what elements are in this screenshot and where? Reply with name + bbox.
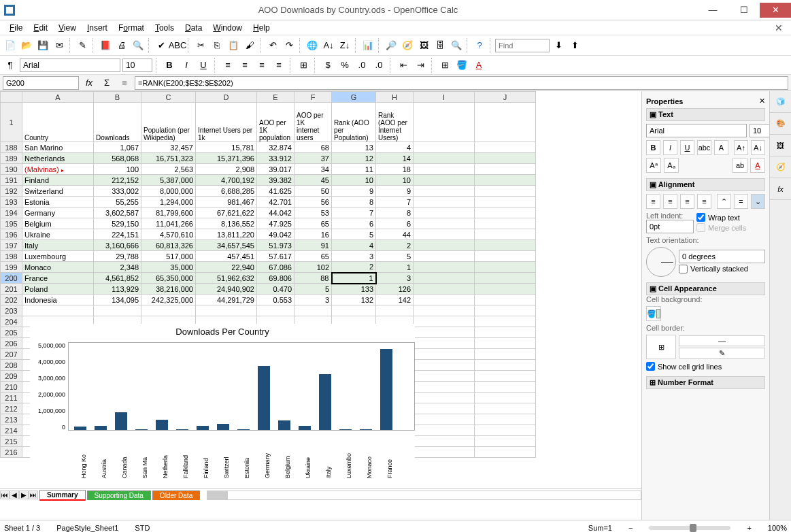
cell[interactable]	[414, 186, 475, 197]
cell[interactable]: 142	[376, 295, 414, 305]
cell[interactable]	[22, 382, 94, 393]
cell[interactable]	[22, 316, 94, 327]
cell[interactable]: 1	[332, 273, 376, 284]
cell[interactable]	[414, 175, 475, 186]
indent-dec-button[interactable]: ⇤	[396, 58, 411, 73]
cell[interactable]	[332, 436, 376, 447]
cell[interactable]: 1	[376, 262, 414, 273]
cell[interactable]	[475, 305, 536, 316]
cell[interactable]	[294, 393, 332, 403]
sb-bold-button[interactable]: B	[646, 140, 660, 155]
cell[interactable]	[475, 403, 536, 414]
header-cell[interactable]	[414, 103, 475, 142]
styles-button[interactable]: ¶	[3, 58, 18, 73]
print-button[interactable]: 🖨	[114, 38, 129, 53]
cell[interactable]: 133	[332, 284, 376, 295]
sb-strike-button[interactable]: abc	[697, 140, 711, 155]
cell[interactable]	[332, 403, 376, 414]
cell[interactable]	[475, 153, 536, 164]
cell[interactable]	[94, 436, 141, 447]
cell[interactable]: Monaco	[22, 262, 94, 273]
cell[interactable]: 9	[332, 186, 376, 197]
cell[interactable]: 4,561,852	[94, 273, 141, 284]
menu-data[interactable]: Data	[180, 22, 207, 34]
cell[interactable]	[22, 305, 94, 316]
cell[interactable]	[257, 338, 294, 349]
row-header-198[interactable]: 198	[1, 251, 22, 262]
cell[interactable]	[475, 382, 536, 393]
spellcheck-button[interactable]: ✔	[154, 38, 169, 53]
cell[interactable]: 57.617	[257, 251, 294, 262]
cell[interactable]	[376, 327, 414, 338]
cell[interactable]	[294, 447, 332, 458]
sb-tab-navigator-icon[interactable]: 🧭	[770, 156, 791, 178]
cell[interactable]: 9	[376, 186, 414, 197]
col-header-A[interactable]: A	[22, 92, 94, 103]
cell[interactable]	[94, 382, 141, 393]
menu-file[interactable]: File	[4, 22, 28, 34]
cell[interactable]	[376, 447, 414, 458]
col-header-B[interactable]: B	[94, 92, 141, 103]
col-header-J[interactable]: J	[475, 92, 536, 103]
menu-window[interactable]: Window	[207, 22, 248, 34]
header-cell[interactable]: Rank (AOO per Internet Users)	[376, 103, 414, 142]
row-header-210[interactable]: 210	[1, 382, 22, 393]
tab-older-data[interactable]: Older Data	[152, 491, 200, 500]
borders-button[interactable]: ⊞	[437, 58, 452, 73]
cell[interactable]	[414, 371, 475, 382]
cell[interactable]: 1,294,000	[141, 197, 196, 207]
cell[interactable]: 100	[94, 164, 141, 175]
row-header-211[interactable]: 211	[1, 393, 22, 403]
indent-inc-button[interactable]: ⇥	[413, 58, 428, 73]
cell[interactable]: 981,467	[196, 197, 257, 207]
cell[interactable]: 15,371,396	[196, 153, 257, 164]
sb-align-header[interactable]: ▣ Alignment	[646, 178, 765, 191]
cell[interactable]: 8,000,000	[141, 186, 196, 197]
cell[interactable]	[475, 186, 536, 197]
cell[interactable]	[475, 414, 536, 425]
cell[interactable]: 4,570,610	[141, 229, 196, 240]
tab-summary[interactable]: Summary	[39, 490, 86, 501]
cell[interactable]	[196, 305, 257, 316]
menu-insert[interactable]: Insert	[82, 22, 113, 34]
font-size-select[interactable]	[122, 59, 152, 72]
cell[interactable]: 65	[294, 251, 332, 262]
cell[interactable]: 69.806	[257, 273, 294, 284]
cell[interactable]	[141, 393, 196, 403]
cell[interactable]	[294, 403, 332, 414]
cell[interactable]: 2,908	[196, 164, 257, 175]
sb-border-preset[interactable]: ⊞	[646, 335, 676, 359]
sb-align-center[interactable]: ≡	[663, 194, 677, 209]
cell[interactable]: 333,002	[94, 186, 141, 197]
cell[interactable]: 49.042	[257, 229, 294, 240]
col-header-I[interactable]: I	[414, 92, 475, 103]
cell[interactable]	[475, 240, 536, 251]
sb-border-color[interactable]: ✎	[679, 348, 765, 359]
cell[interactable]: 2	[332, 262, 376, 273]
cell[interactable]: Finland	[22, 175, 94, 186]
cell[interactable]	[414, 447, 475, 458]
cell[interactable]	[257, 371, 294, 382]
paste-button[interactable]: 📋	[226, 38, 241, 53]
status-sum[interactable]: Sum=1	[588, 524, 612, 532]
email-button[interactable]: ✉	[52, 38, 67, 53]
sb-super-button[interactable]: Aᵃ	[646, 158, 661, 173]
cell[interactable]	[376, 316, 414, 327]
menu-edit[interactable]: Edit	[28, 22, 53, 34]
sb-shrink-button[interactable]: A↓	[751, 140, 765, 155]
cell[interactable]	[376, 360, 414, 371]
cell[interactable]	[196, 316, 257, 327]
percent-button[interactable]: %	[337, 58, 352, 73]
cell[interactable]: 12	[332, 153, 376, 164]
cell[interactable]: 81,799,600	[141, 207, 196, 218]
header-cell[interactable]: Population (per Wikipedia)	[141, 103, 196, 142]
sb-align-justify[interactable]: ≡	[697, 194, 711, 209]
cell[interactable]: 44,291,729	[196, 295, 257, 305]
autospell-button[interactable]: ABC	[170, 38, 185, 53]
sb-size-select[interactable]	[750, 124, 769, 137]
minimize-button[interactable]: —	[697, 3, 728, 18]
cell[interactable]	[332, 338, 376, 349]
cell[interactable]	[332, 414, 376, 425]
cell[interactable]: 68	[294, 142, 332, 153]
cell[interactable]	[475, 142, 536, 153]
